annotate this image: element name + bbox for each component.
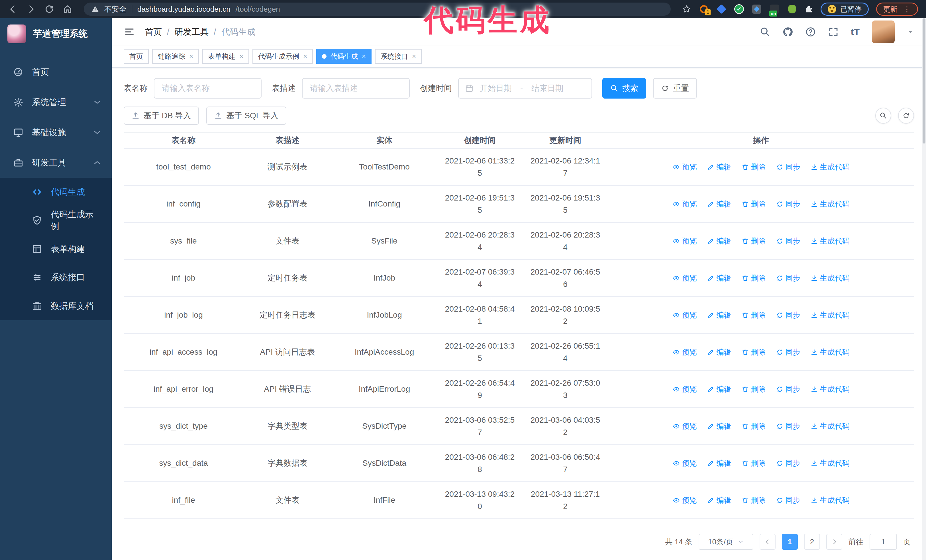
- action-preview[interactable]: 预览: [673, 199, 697, 209]
- tab-代码生成[interactable]: 代码生成×: [316, 49, 372, 64]
- prev-page-button[interactable]: [760, 534, 776, 550]
- refresh-table-button[interactable]: [898, 108, 914, 124]
- tab-首页[interactable]: 首页: [124, 49, 149, 64]
- home-icon[interactable]: [63, 4, 73, 14]
- extension-orange-icon[interactable]: 1: [699, 4, 709, 14]
- page-scrollbar[interactable]: [922, 18, 926, 560]
- action-generate-code[interactable]: 生成代码: [811, 495, 850, 505]
- action-preview[interactable]: 预览: [673, 384, 697, 394]
- action-delete[interactable]: 删除: [741, 421, 766, 431]
- action-delete[interactable]: 删除: [741, 458, 766, 468]
- action-generate-code[interactable]: 生成代码: [811, 384, 850, 394]
- tab-链路追踪[interactable]: 链路追踪×: [152, 49, 199, 64]
- sidebar-item-database-doc[interactable]: 数据库文档: [0, 292, 112, 320]
- next-page-button[interactable]: [826, 534, 842, 550]
- reset-button[interactable]: 重置: [653, 78, 697, 98]
- paused-extension-pill[interactable]: 已暂停: [820, 3, 869, 16]
- import-sql-button[interactable]: 基于 SQL 导入: [206, 107, 286, 125]
- action-edit[interactable]: 编辑: [707, 310, 731, 320]
- close-icon[interactable]: ×: [412, 53, 416, 60]
- action-delete[interactable]: 删除: [741, 162, 766, 172]
- action-generate-code[interactable]: 生成代码: [811, 310, 850, 320]
- action-delete[interactable]: 删除: [741, 310, 766, 320]
- action-sync[interactable]: 同步: [776, 458, 800, 468]
- action-edit[interactable]: 编辑: [707, 458, 731, 468]
- extension-gem-icon[interactable]: [716, 4, 726, 14]
- back-icon[interactable]: [8, 4, 18, 14]
- action-edit[interactable]: 编辑: [707, 495, 731, 505]
- action-delete[interactable]: 删除: [741, 273, 766, 283]
- page-button-2[interactable]: 2: [804, 534, 820, 550]
- sidebar-item-form-builder[interactable]: 表单构建: [0, 235, 112, 263]
- close-icon[interactable]: ×: [362, 53, 366, 60]
- page-size-select[interactable]: 10条/页: [699, 534, 754, 550]
- action-edit[interactable]: 编辑: [707, 236, 731, 246]
- tab-表单构建[interactable]: 表单构建×: [202, 49, 249, 64]
- action-generate-code[interactable]: 生成代码: [811, 458, 850, 468]
- action-sync[interactable]: 同步: [776, 199, 800, 209]
- table-name-input[interactable]: [154, 78, 262, 98]
- page-button-1[interactable]: 1: [782, 534, 798, 550]
- browser-menu-dots-icon[interactable]: ⋮: [903, 5, 911, 14]
- action-edit[interactable]: 编辑: [707, 421, 731, 431]
- action-sync[interactable]: 同步: [776, 310, 800, 320]
- action-edit[interactable]: 编辑: [707, 162, 731, 172]
- sidebar-collapse-icon[interactable]: [124, 26, 135, 38]
- tab-代码生成示例[interactable]: 代码生成示例×: [253, 49, 313, 64]
- fullscreen-icon[interactable]: [828, 27, 839, 37]
- action-generate-code[interactable]: 生成代码: [811, 199, 850, 209]
- import-db-button[interactable]: 基于 DB 导入: [124, 107, 199, 125]
- action-preview[interactable]: 预览: [673, 236, 697, 246]
- action-sync[interactable]: 同步: [776, 421, 800, 431]
- extension-grid-icon[interactable]: [752, 4, 762, 14]
- sidebar-item-home[interactable]: 首页: [0, 57, 112, 87]
- forward-icon[interactable]: [26, 4, 36, 14]
- extension-green-icon[interactable]: [787, 4, 797, 14]
- action-preview[interactable]: 预览: [673, 458, 697, 468]
- action-delete[interactable]: 删除: [741, 199, 766, 209]
- date-range-picker[interactable]: 开始日期 - 结束日期: [458, 78, 592, 98]
- tab-系统接口[interactable]: 系统接口×: [375, 49, 422, 64]
- sidebar-item-infrastructure[interactable]: 基础设施: [0, 117, 112, 148]
- address-bar[interactable]: 不安全 dashboard.yudao.iocoder.cn/tool/code…: [84, 3, 671, 16]
- action-preview[interactable]: 预览: [673, 347, 697, 357]
- sidebar-item-codegen-example[interactable]: 代码生成示例: [0, 206, 112, 235]
- table-desc-input[interactable]: [302, 78, 410, 98]
- close-icon[interactable]: ×: [239, 53, 243, 60]
- action-edit[interactable]: 编辑: [707, 384, 731, 394]
- action-delete[interactable]: 删除: [741, 236, 766, 246]
- action-generate-code[interactable]: 生成代码: [811, 162, 850, 172]
- sidebar-item-code-generation[interactable]: 代码生成: [0, 178, 112, 206]
- github-icon[interactable]: [782, 27, 793, 37]
- extension-check-icon[interactable]: ✓: [734, 4, 744, 14]
- action-preview[interactable]: 预览: [673, 273, 697, 283]
- sidebar-item-system-api[interactable]: 系统接口: [0, 263, 112, 292]
- user-avatar[interactable]: [872, 21, 895, 43]
- action-edit[interactable]: 编辑: [707, 273, 731, 283]
- action-edit[interactable]: 编辑: [707, 199, 731, 209]
- action-edit[interactable]: 编辑: [707, 347, 731, 357]
- action-generate-code[interactable]: 生成代码: [811, 421, 850, 431]
- action-sync[interactable]: 同步: [776, 384, 800, 394]
- extension-on-icon[interactable]: on: [769, 4, 779, 14]
- reload-icon[interactable]: [44, 4, 54, 14]
- action-preview[interactable]: 预览: [673, 310, 697, 320]
- action-preview[interactable]: 预览: [673, 495, 697, 505]
- breadcrumb-dev-tools[interactable]: 研发工具: [174, 26, 209, 38]
- action-sync[interactable]: 同步: [776, 273, 800, 283]
- action-sync[interactable]: 同步: [776, 236, 800, 246]
- action-preview[interactable]: 预览: [673, 421, 697, 431]
- browser-update-button[interactable]: 更新 ⋮: [876, 3, 918, 16]
- action-delete[interactable]: 删除: [741, 347, 766, 357]
- search-button[interactable]: 搜索: [602, 78, 646, 98]
- action-sync[interactable]: 同步: [776, 347, 800, 357]
- action-sync[interactable]: 同步: [776, 495, 800, 505]
- help-icon[interactable]: [805, 27, 816, 37]
- toggle-search-button[interactable]: [875, 108, 891, 124]
- avatar-caret-down-icon[interactable]: [906, 28, 914, 36]
- action-delete[interactable]: 删除: [741, 384, 766, 394]
- scrollbar-thumb[interactable]: [923, 18, 925, 143]
- close-icon[interactable]: ×: [303, 53, 307, 60]
- breadcrumb-home[interactable]: 首页: [145, 26, 162, 38]
- action-delete[interactable]: 删除: [741, 495, 766, 505]
